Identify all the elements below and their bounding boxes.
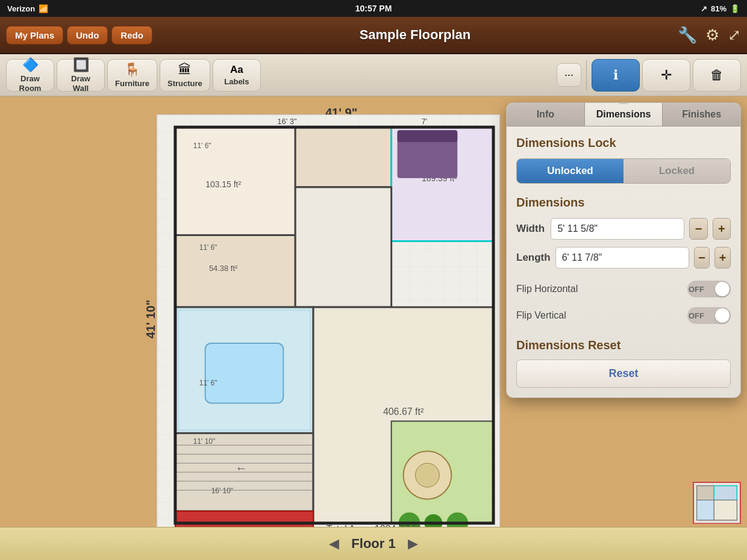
flip-horizontal-state: OFF bbox=[689, 285, 704, 294]
floorplan-canvas[interactable]: 103.15 ft² 11' 6" 189.39 ft² 54.38 ft² 1… bbox=[157, 114, 500, 536]
draw-wall-icon: 🔲 bbox=[73, 57, 89, 73]
status-bar: Verizon 📶 10:57 PM ↗ 81% 🔋 bbox=[0, 0, 747, 17]
status-left: Verizon 📶 bbox=[7, 4, 48, 13]
trash-tool[interactable]: 🗑 bbox=[693, 59, 741, 92]
floorplan-thumbnail[interactable] bbox=[693, 482, 741, 524]
flip-horizontal-label: Flip Horizontal bbox=[516, 284, 578, 294]
app-title: Sample Floorplan bbox=[152, 27, 678, 43]
my-plans-button[interactable]: My Plans bbox=[6, 26, 63, 45]
labels-tool[interactable]: Aa Labels bbox=[213, 59, 261, 92]
width-increment-button[interactable]: + bbox=[713, 218, 731, 240]
flip-vertical-state: OFF bbox=[689, 311, 704, 320]
flip-vertical-toggle[interactable]: OFF bbox=[687, 307, 731, 324]
lock-toggle: Unlocked Locked bbox=[516, 158, 731, 184]
svg-text:54.38 ft²: 54.38 ft² bbox=[209, 264, 238, 273]
dimensions-panel: Info Dimensions Finishes Dimensions Lock… bbox=[506, 102, 741, 398]
svg-text:406.67 ft²: 406.67 ft² bbox=[383, 406, 424, 417]
flip-vertical-row: Flip Vertical OFF bbox=[516, 302, 731, 329]
svg-rect-15 bbox=[295, 187, 391, 307]
top-toolbar-left: My Plans Undo Redo bbox=[6, 26, 152, 45]
redo-button[interactable]: Redo bbox=[111, 26, 152, 45]
length-increment-button[interactable]: + bbox=[714, 247, 731, 269]
flip-vertical-label: Flip Vertical bbox=[516, 310, 566, 321]
wrench-icon[interactable]: 🔧 bbox=[678, 26, 697, 45]
svg-rect-56 bbox=[697, 500, 714, 520]
draw-room-tool[interactable]: 🔷 DrawRoom bbox=[6, 59, 54, 92]
length-input[interactable] bbox=[555, 247, 689, 269]
export-icon[interactable]: ⤢ bbox=[728, 26, 741, 45]
tab-finishes[interactable]: Finishes bbox=[663, 103, 740, 126]
battery-text: 81% bbox=[711, 4, 727, 13]
draw-wall-tool[interactable]: 🔲 DrawWall bbox=[57, 59, 105, 92]
svg-point-45 bbox=[415, 463, 439, 487]
status-time: 10:57 PM bbox=[355, 4, 392, 13]
floor-name: Floor 1 bbox=[351, 536, 395, 552]
panel-tabs: Info Dimensions Finishes bbox=[507, 103, 740, 126]
locked-button[interactable]: Locked bbox=[624, 159, 730, 183]
draw-room-icon: 🔷 bbox=[22, 57, 39, 73]
gear-icon[interactable]: ⚙ bbox=[705, 26, 719, 45]
main-area: 41' 9" 41' 10" 6' 103.15 ft² 11' 6" bbox=[0, 96, 747, 560]
tab-dimensions[interactable]: Dimensions bbox=[585, 103, 663, 126]
svg-text:11' 10": 11' 10" bbox=[193, 437, 215, 446]
move-icon: ✛ bbox=[661, 67, 672, 83]
svg-text:16' 10": 16' 10" bbox=[211, 487, 233, 495]
panel-pointer bbox=[621, 102, 633, 103]
svg-rect-54 bbox=[697, 486, 714, 500]
flip-horizontal-toggle[interactable]: OFF bbox=[687, 281, 731, 297]
svg-rect-7 bbox=[295, 127, 391, 187]
flip-horizontal-row: Flip Horizontal OFF bbox=[516, 276, 731, 302]
furniture-tool[interactable]: 🪑 Furniture bbox=[107, 59, 157, 92]
info-tool[interactable]: ℹ bbox=[592, 59, 640, 92]
svg-text:103.15 ft²: 103.15 ft² bbox=[205, 179, 241, 189]
svg-text:11' 6": 11' 6" bbox=[199, 243, 217, 252]
dimension-left: 41' 10" bbox=[144, 299, 158, 338]
width-label: Width bbox=[516, 223, 546, 235]
svg-rect-57 bbox=[714, 500, 737, 520]
panel-content: Dimensions Lock Unlocked Locked Dimensio… bbox=[507, 126, 740, 397]
more-tools-button[interactable]: ··· bbox=[557, 63, 581, 87]
structure-tool[interactable]: 🏛 Structure bbox=[160, 59, 210, 92]
svg-text:11' 6": 11' 6" bbox=[199, 379, 217, 387]
unlocked-button[interactable]: Unlocked bbox=[517, 159, 624, 183]
floor-next-button[interactable]: ▶ bbox=[408, 536, 418, 552]
secondary-toolbar: 🔷 DrawRoom 🔲 DrawWall 🪑 Furniture 🏛 Stru… bbox=[0, 54, 747, 96]
svg-rect-55 bbox=[714, 486, 737, 500]
flip-vertical-knob bbox=[715, 308, 730, 323]
battery-icon: 🔋 bbox=[730, 4, 740, 13]
reset-button[interactable]: Reset bbox=[516, 359, 731, 388]
labels-icon: Aa bbox=[230, 64, 243, 76]
location-icon: ↗ bbox=[701, 4, 707, 13]
width-row: Width − + bbox=[516, 218, 731, 240]
floor-prev-button[interactable]: ◀ bbox=[329, 536, 339, 552]
structure-icon: 🏛 bbox=[178, 62, 192, 78]
tab-info[interactable]: Info bbox=[507, 103, 585, 126]
toolbar-separator bbox=[586, 60, 587, 90]
furniture-icon: 🪑 bbox=[124, 62, 140, 78]
width-input[interactable] bbox=[551, 218, 684, 240]
status-right: ↗ 81% 🔋 bbox=[701, 4, 740, 13]
top-toolbar: My Plans Undo Redo Sample Floorplan 🔧 ⚙ … bbox=[0, 17, 747, 54]
info-icon: ℹ bbox=[613, 67, 618, 83]
dimensions-reset-title: Dimensions Reset bbox=[516, 338, 731, 352]
undo-button[interactable]: Undo bbox=[67, 26, 108, 45]
svg-text:11' 6": 11' 6" bbox=[193, 142, 211, 150]
floor-navigation: ◀ Floor 1 ▶ bbox=[0, 527, 747, 560]
flip-horizontal-knob bbox=[715, 282, 730, 296]
svg-text:←: ← bbox=[236, 461, 248, 474]
svg-text:16' 3": 16' 3" bbox=[277, 117, 297, 126]
top-toolbar-right: 🔧 ⚙ ⤢ bbox=[678, 26, 741, 45]
svg-text:7': 7' bbox=[421, 117, 427, 126]
svg-rect-11 bbox=[398, 130, 458, 142]
length-label: Length bbox=[516, 252, 551, 264]
length-decrement-button[interactable]: − bbox=[694, 247, 710, 269]
svg-rect-19 bbox=[205, 343, 284, 403]
trash-icon: 🗑 bbox=[710, 67, 724, 83]
wifi-icon: 📶 bbox=[39, 4, 48, 13]
width-decrement-button[interactable]: − bbox=[689, 218, 707, 240]
dimensions-lock-title: Dimensions Lock bbox=[516, 136, 731, 150]
carrier-text: Verizon bbox=[7, 4, 35, 13]
dimensions-title: Dimensions bbox=[516, 196, 731, 210]
move-tool[interactable]: ✛ bbox=[642, 59, 690, 92]
length-row: Length − + bbox=[516, 247, 731, 269]
